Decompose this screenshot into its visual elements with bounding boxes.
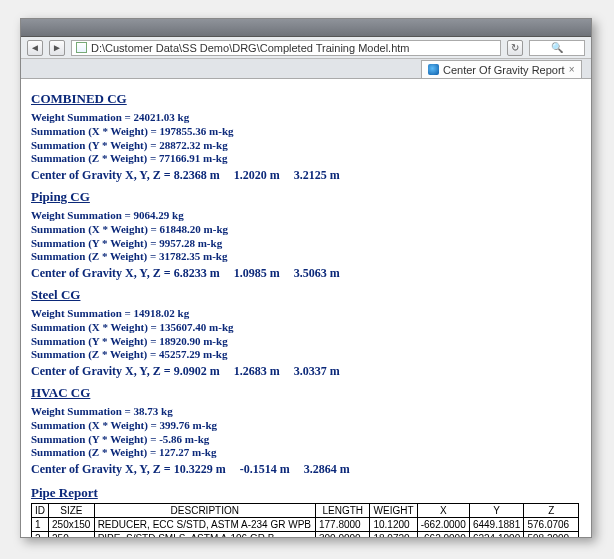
page-icon xyxy=(76,42,87,53)
combined-sy: Summation (Y * Weight) = 28872.32 m-kg xyxy=(31,139,581,153)
table-row: 1250x150REDUCER, ECC S/STD, ASTM A-234 G… xyxy=(32,518,579,532)
combined-sz: Summation (Z * Weight) = 77166.91 m-kg xyxy=(31,152,581,166)
address-bar-row: ◄ ► D:\Customer Data\SS Demo\DRG\Complet… xyxy=(21,37,591,59)
forward-button[interactable]: ► xyxy=(49,40,65,56)
piping-cog: Center of Gravity X, Y, Z = 6.8233 m1.09… xyxy=(31,266,581,281)
cell-x: -662.0000 xyxy=(417,532,469,538)
combined-cog: Center of Gravity X, Y, Z = 8.2368 m1.20… xyxy=(31,168,581,183)
piping-weight: Weight Summation = 9064.29 kg xyxy=(31,209,581,223)
steel-sz: Summation (Z * Weight) = 45257.29 m-kg xyxy=(31,348,581,362)
steel-sx: Summation (X * Weight) = 135607.40 m-kg xyxy=(31,321,581,335)
steel-cog: Center of Gravity X, Y, Z = 9.0902 m1.26… xyxy=(31,364,581,379)
col-desc: DESCRIPTION xyxy=(94,504,315,518)
cell-length: 300.0000 xyxy=(315,532,370,538)
cell-size: 250 xyxy=(49,532,95,538)
tab-active[interactable]: Center Of Gravity Report × xyxy=(421,60,582,78)
cell-weight: 18.0720 xyxy=(370,532,417,538)
col-x: X xyxy=(417,504,469,518)
section-hvac-header: HVAC CG xyxy=(31,385,581,401)
combined-sx: Summation (X * Weight) = 197855.36 m-kg xyxy=(31,125,581,139)
col-weight: WEIGHT xyxy=(370,504,417,518)
cell-length: 177.8000 xyxy=(315,518,370,532)
hvac-weight: Weight Summation = 38.73 kg xyxy=(31,405,581,419)
browser-window: ◄ ► D:\Customer Data\SS Demo\DRG\Complet… xyxy=(20,18,592,538)
back-button[interactable]: ◄ xyxy=(27,40,43,56)
steel-weight: Weight Summation = 14918.02 kg xyxy=(31,307,581,321)
col-y: Y xyxy=(469,504,524,518)
cell-size: 250x150 xyxy=(49,518,95,532)
ie-icon xyxy=(428,64,439,75)
window-titlebar[interactable] xyxy=(21,19,591,37)
cell-y: 6449.1881 xyxy=(469,518,524,532)
piping-sy: Summation (Y * Weight) = 9957.28 m-kg xyxy=(31,237,581,251)
steel-sy: Summation (Y * Weight) = 18920.90 m-kg xyxy=(31,335,581,349)
cell-z: 576.0706 xyxy=(524,518,579,532)
section-steel-header: Steel CG xyxy=(31,287,581,303)
piping-sz: Summation (Z * Weight) = 31782.35 m-kg xyxy=(31,250,581,264)
hvac-cog: Center of Gravity X, Y, Z = 10.3229 m-0.… xyxy=(31,462,581,477)
refresh-button[interactable]: ↻ xyxy=(507,40,523,56)
cell-desc: REDUCER, ECC S/STD, ASTM A-234 GR WPB xyxy=(94,518,315,532)
cell-y: 6224.1000 xyxy=(469,532,524,538)
hvac-sx: Summation (X * Weight) = 399.76 m-kg xyxy=(31,419,581,433)
cell-id: 1 xyxy=(32,518,49,532)
pipe-report-table: ID SIZE DESCRIPTION LENGTH WEIGHT X Y Z … xyxy=(31,503,579,537)
col-length: LENGTH xyxy=(315,504,370,518)
address-text: D:\Customer Data\SS Demo\DRG\Completed T… xyxy=(91,42,410,54)
hvac-sz: Summation (Z * Weight) = 127.27 m-kg xyxy=(31,446,581,460)
hvac-sy: Summation (Y * Weight) = -5.86 m-kg xyxy=(31,433,581,447)
col-size: SIZE xyxy=(49,504,95,518)
section-piping-header: Piping CG xyxy=(31,189,581,205)
piping-sx: Summation (X * Weight) = 61848.20 m-kg xyxy=(31,223,581,237)
combined-weight: Weight Summation = 24021.03 kg xyxy=(31,111,581,125)
section-combined-header: COMBINED CG xyxy=(31,91,581,107)
search-field[interactable]: 🔍 xyxy=(529,40,585,56)
table-row: 2250PIPE, S/STD SMLS, ASTM A-106 GR B300… xyxy=(32,532,579,538)
tab-strip: Center Of Gravity Report × xyxy=(21,59,591,79)
col-id: ID xyxy=(32,504,49,518)
pipe-report-header: Pipe Report xyxy=(31,485,581,501)
cell-weight: 10.1200 xyxy=(370,518,417,532)
cell-z: 598.2000 xyxy=(524,532,579,538)
col-z: Z xyxy=(524,504,579,518)
address-input[interactable]: D:\Customer Data\SS Demo\DRG\Completed T… xyxy=(71,40,501,56)
page-content: COMBINED CG Weight Summation = 24021.03 … xyxy=(21,79,591,537)
table-header-row: ID SIZE DESCRIPTION LENGTH WEIGHT X Y Z xyxy=(32,504,579,518)
cell-id: 2 xyxy=(32,532,49,538)
cell-x: -662.0000 xyxy=(417,518,469,532)
tab-title: Center Of Gravity Report xyxy=(443,64,565,76)
close-icon[interactable]: × xyxy=(569,64,575,75)
cell-desc: PIPE, S/STD SMLS, ASTM A-106 GR B xyxy=(94,532,315,538)
search-icon: 🔍 xyxy=(551,42,563,53)
